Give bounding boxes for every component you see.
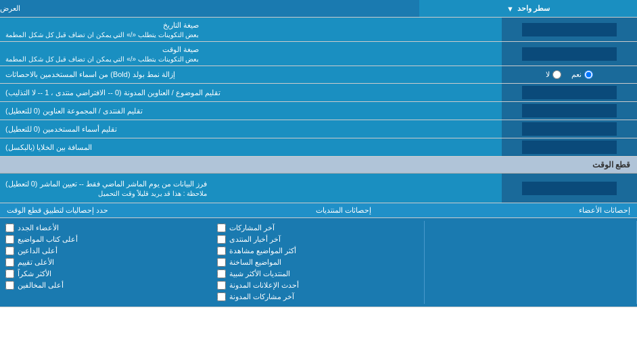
cell-gap-input[interactable]: 2 bbox=[522, 140, 617, 154]
cb-latest-announcements[interactable] bbox=[217, 281, 226, 290]
checkbox-item[interactable]: المواضيع الساخنة bbox=[217, 257, 418, 268]
top-label-cell: سطر واحد ▼ bbox=[419, 0, 637, 17]
topic-title-input[interactable]: 33 bbox=[522, 86, 617, 99]
time-cutoff-input-cell[interactable]: 0 bbox=[502, 174, 637, 203]
checkbox-item[interactable]: الأعضاء الجدد bbox=[5, 222, 206, 234]
checkboxes-col2-header: إحصاثات المنتديات bbox=[316, 206, 371, 215]
ard-label: العرض bbox=[0, 4, 20, 13]
checkbox-col-forum[interactable]: آخر المشاركات آخر أخبار المنتدى أكثر الم… bbox=[212, 221, 424, 304]
username-limit-input[interactable]: 0 bbox=[522, 122, 617, 136]
checkbox-item[interactable]: أعلى كتاب المواضيع bbox=[5, 234, 206, 245]
cb-most-viewed[interactable] bbox=[217, 246, 226, 255]
dropdown-arrow: ▼ bbox=[506, 5, 514, 13]
radio-no-label[interactable]: لا bbox=[546, 70, 561, 79]
time-cutoff-label: فرز البيانات من يوم الماشر الماضي فقط --… bbox=[0, 174, 502, 203]
username-limit-input-cell[interactable]: 0 bbox=[502, 120, 637, 138]
cb-forum-news[interactable] bbox=[217, 235, 226, 244]
top-label: سطر واحد bbox=[517, 4, 550, 13]
date-format-label: صيغة التاريخ بعض التكوينات يتطلب «/» الت… bbox=[0, 18, 502, 41]
bold-remove-label: إزالة نمط بولد (Bold) من اسماء المستخدمي… bbox=[0, 66, 502, 83]
cb-top-violators[interactable] bbox=[5, 281, 14, 290]
cb-new-members[interactable] bbox=[5, 224, 14, 232]
checkbox-item[interactable]: أحدث الإعلانات المدونة bbox=[217, 280, 418, 291]
date-format-input[interactable]: d-m bbox=[522, 23, 617, 36]
topic-title-input-cell[interactable]: 33 bbox=[502, 84, 637, 101]
cb-popular-forums[interactable] bbox=[217, 269, 226, 278]
time-cutoff-input[interactable]: 0 bbox=[522, 182, 617, 195]
date-format-input-cell[interactable]: d-m bbox=[502, 18, 637, 41]
checkbox-item[interactable]: آخر المشاركات bbox=[217, 222, 418, 234]
radio-yes-label[interactable]: نعم bbox=[571, 70, 593, 79]
checkbox-item[interactable]: الأكثر شكراً bbox=[5, 268, 206, 280]
checkbox-item[interactable]: الأعلى تقييم bbox=[5, 257, 206, 268]
checkboxes-col1-header: إحصاثات الأعضاء bbox=[579, 206, 630, 215]
cb-most-thanked[interactable] bbox=[5, 269, 14, 278]
checkbox-item[interactable]: أعلى المخالفين bbox=[5, 280, 206, 291]
cb-hot-topics[interactable] bbox=[217, 258, 226, 267]
time-format-input[interactable]: H:i bbox=[522, 47, 617, 61]
cb-blog-posts[interactable] bbox=[217, 292, 226, 301]
topic-title-label: تقليم الموضوع / العناوين المدونة (0 -- ا… bbox=[0, 84, 502, 101]
checkbox-item[interactable]: المنتديات الأكثر شبية bbox=[217, 268, 418, 280]
radio-no[interactable] bbox=[552, 70, 561, 79]
cb-last-posts[interactable] bbox=[217, 224, 226, 232]
forum-group-input-cell[interactable]: 33 bbox=[502, 102, 637, 120]
time-section-apply-label: حدد إحصاليات لتطبيق قطع الوقت bbox=[7, 206, 108, 215]
checkbox-item[interactable]: آخر أخبار المنتدى bbox=[217, 234, 418, 245]
time-format-input-cell[interactable]: H:i bbox=[502, 42, 637, 66]
forum-group-input[interactable]: 33 bbox=[522, 104, 617, 118]
cb-top-rated[interactable] bbox=[5, 258, 14, 267]
username-limit-label: تقليم أسماء المستخدمين (0 للتعطيل) bbox=[0, 120, 502, 138]
checkbox-item[interactable]: أكثر المواضيع مشاهدة bbox=[217, 245, 418, 257]
cell-gap-input-cell[interactable]: 2 bbox=[502, 138, 637, 156]
radio-yes[interactable] bbox=[584, 70, 593, 79]
forum-group-label: تقليم الفنتدى / المجموعة العناوين (0 للت… bbox=[0, 102, 502, 120]
cb-top-topic-writers[interactable] bbox=[5, 235, 14, 244]
checkbox-col-right bbox=[425, 221, 637, 304]
time-section-header: قطع الوقت bbox=[0, 157, 637, 174]
bold-radio-cell[interactable]: نعم لا bbox=[502, 66, 637, 83]
time-format-label: صيغة الوقت بعض التكوينات يتطلب «/» التي … bbox=[0, 42, 502, 66]
checkbox-item[interactable]: آخر مشاركات المدونة bbox=[217, 291, 418, 303]
checkbox-item[interactable]: أعلى الداعين bbox=[5, 245, 206, 257]
cb-top-inviters[interactable] bbox=[5, 246, 14, 255]
checkbox-col-members[interactable]: الأعضاء الجدد أعلى كتاب المواضيع أعلى ال… bbox=[0, 221, 212, 304]
cell-gap-label: المسافة بين الخلايا (بالبكسل) bbox=[0, 138, 502, 156]
